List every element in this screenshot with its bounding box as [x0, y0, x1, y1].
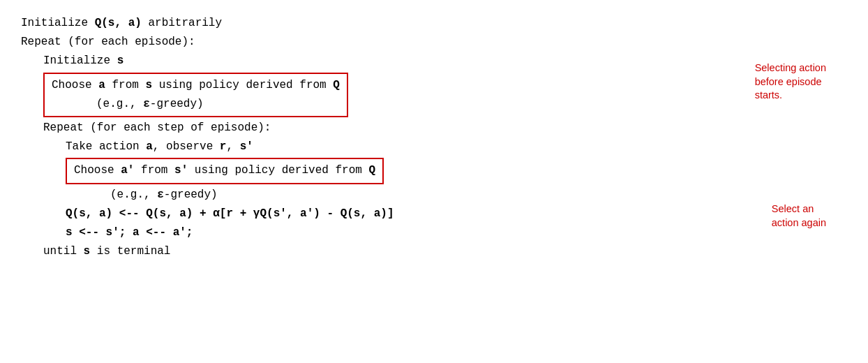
box2-line1: Choose a' from s' using policy derived f… [74, 161, 375, 180]
annotation-1: Selecting action before episode starts. [755, 61, 826, 103]
annotation1-line3: starts. [755, 89, 782, 101]
box1: Choose a from s using policy derived fro… [43, 73, 348, 117]
code-line-9: Q(s, a) <-- Q(s, a) + α[r + γQ(s', a') -… [21, 205, 847, 223]
page-container: Initialize Q(s, a) arbitrarily Repeat (f… [21, 14, 847, 349]
annotation2-line2: action again [772, 217, 826, 228]
code-line-6: Take action a, observe r, s' [21, 138, 847, 156]
code-line-1: Initialize Q(s, a) arbitrarily [21, 14, 847, 33]
code-block: Initialize Q(s, a) arbitrarily Repeat (f… [21, 14, 847, 261]
code-line-5: Repeat (for each step of episode): [21, 119, 847, 138]
box1-line2: (e.g., ε-greedy) [52, 95, 340, 114]
box1-container: Choose a from s using policy derived fro… [43, 73, 847, 117]
box2: Choose a' from s' using policy derived f… [66, 158, 384, 184]
box1-line1: Choose a from s using policy derived fro… [52, 76, 340, 95]
box2-container: Choose a' from s' using policy derived f… [66, 158, 847, 184]
annotation1-line1: Selecting action [755, 62, 826, 73]
box2-line2: (e.g., ε-greedy) [21, 186, 847, 205]
code-line-10: s <-- s'; a <-- a'; [21, 223, 847, 242]
annotation-2: Select an action again [772, 202, 826, 230]
annotation2-line1: Select an [772, 203, 814, 214]
code-line-3: Initialize s [21, 52, 847, 71]
code-line-11: until s is terminal [21, 242, 847, 261]
code-line-2: Repeat (for each episode): [21, 33, 847, 52]
annotation1-line2: before episode [755, 76, 822, 87]
